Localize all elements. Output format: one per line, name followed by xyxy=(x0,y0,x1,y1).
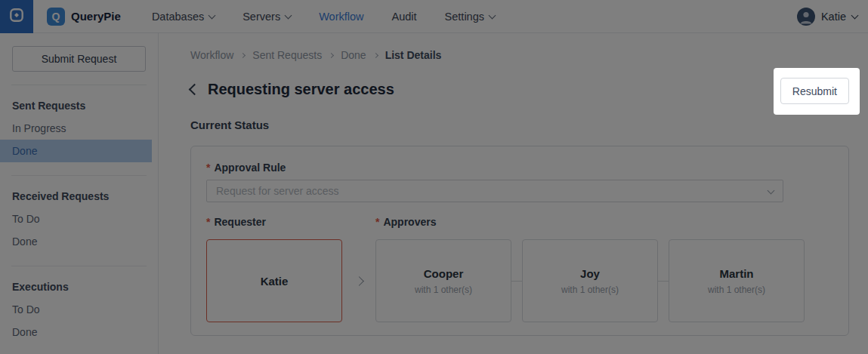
approver-name: Martin xyxy=(720,267,754,280)
flow-connector xyxy=(511,239,522,322)
user-name: Katie xyxy=(821,11,846,23)
sidebar-item-received-todo[interactable]: To Do xyxy=(0,208,158,230)
brand-name: QueryPie xyxy=(71,10,121,23)
flow-arrow xyxy=(342,239,375,322)
sidebar-item-executions-todo[interactable]: To Do xyxy=(0,298,158,321)
current-status-panel: * Approval Rule Request for server acces… xyxy=(190,146,849,336)
approver-others: with 1 other(s) xyxy=(708,285,765,295)
chevron-down-icon xyxy=(489,12,496,20)
requester-label: * Requester xyxy=(206,216,375,228)
approval-rule-label: * Approval Rule xyxy=(206,162,833,174)
app-logo[interactable]: Q QueryPie xyxy=(47,8,121,26)
breadcrumb-done[interactable]: Done xyxy=(341,49,366,61)
sidebar-section-sent-requests: Sent Requests xyxy=(0,94,158,117)
querypie-mark-icon xyxy=(8,7,25,26)
approver-others: with 1 other(s) xyxy=(561,285,619,295)
sidebar-section-received-requests: Received Requests xyxy=(0,185,158,208)
flow-labels-row: * Requester * Approvers xyxy=(206,216,833,228)
flow-connector xyxy=(658,239,669,322)
sidebar-section-executions: Executions xyxy=(0,276,158,298)
required-mark: * xyxy=(375,216,379,228)
breadcrumb-separator-icon xyxy=(373,52,378,57)
approval-rule-select[interactable]: Request for server access xyxy=(206,180,783,202)
approver-name: Cooper xyxy=(424,267,464,280)
sidebar-item-sent-in-progress[interactable]: In Progress xyxy=(0,117,158,140)
nav-item-servers[interactable]: Servers xyxy=(242,11,291,23)
page-title: Requesting server access xyxy=(208,81,394,98)
chevron-down-icon xyxy=(209,12,216,20)
approver-others: with 1 other(s) xyxy=(415,285,472,295)
user-menu[interactable]: Katie xyxy=(797,8,857,26)
approval-rule-placeholder: Request for server access xyxy=(216,185,768,197)
requester-name: Katie xyxy=(261,275,289,288)
breadcrumb-separator-icon xyxy=(240,52,246,57)
breadcrumb-sent-requests[interactable]: Sent Requests xyxy=(252,49,322,61)
sidebar-divider xyxy=(11,85,147,85)
approval-flow: Katie Cooper with 1 other(s) Joy with 1 … xyxy=(206,239,833,322)
breadcrumb-list-details: List Details xyxy=(385,49,442,61)
querypie-q-icon: Q xyxy=(47,8,65,26)
chevron-right-icon xyxy=(354,276,364,286)
breadcrumb-separator-icon xyxy=(329,52,334,57)
approver-name: Joy xyxy=(580,267,600,280)
sidebar-divider xyxy=(11,266,147,266)
nav-item-audit[interactable]: Audit xyxy=(392,11,417,23)
top-navbar: Q QueryPie Databases Servers Workflow Au… xyxy=(0,0,868,33)
sidebar-item-received-done[interactable]: Done xyxy=(0,230,158,253)
sidebar-item-sent-done[interactable]: Done xyxy=(0,140,152,162)
required-mark: * xyxy=(206,216,210,228)
nav-item-workflow[interactable]: Workflow xyxy=(319,11,363,23)
main-content: Workflow Sent Requests Done List Details… xyxy=(159,33,868,354)
sidebar-item-executions-done[interactable]: Done xyxy=(0,321,158,343)
back-button[interactable] xyxy=(190,85,199,94)
submit-request-button[interactable]: Submit Request xyxy=(12,46,146,72)
sidebar-divider xyxy=(11,175,147,176)
approvers-label: * Approvers xyxy=(375,216,436,228)
breadcrumb: Workflow Sent Requests Done List Details xyxy=(190,49,849,61)
brand-strip[interactable] xyxy=(0,0,33,33)
requester-card: Katie xyxy=(206,239,342,322)
user-avatar xyxy=(797,8,815,26)
chevron-down-icon xyxy=(768,186,775,194)
resubmit-button[interactable]: Resubmit xyxy=(780,78,849,104)
app-window: Q QueryPie Databases Servers Workflow Au… xyxy=(0,0,868,354)
nav-item-databases[interactable]: Databases xyxy=(152,11,215,23)
approver-card: Cooper with 1 other(s) xyxy=(375,239,511,322)
chevron-down-icon xyxy=(285,12,292,20)
current-status-label: Current Status xyxy=(190,119,849,131)
chevron-down-icon xyxy=(851,12,859,20)
sidebar: Submit Request Sent Requests In Progress… xyxy=(0,33,159,354)
breadcrumb-workflow[interactable]: Workflow xyxy=(190,49,233,61)
approver-card: Joy with 1 other(s) xyxy=(522,239,658,322)
chevron-left-icon xyxy=(189,84,201,96)
nav-menu: Databases Servers Workflow Audit Setting… xyxy=(152,11,495,23)
required-mark: * xyxy=(206,162,210,174)
nav-item-settings[interactable]: Settings xyxy=(445,11,495,23)
approver-card: Martin with 1 other(s) xyxy=(669,239,805,322)
